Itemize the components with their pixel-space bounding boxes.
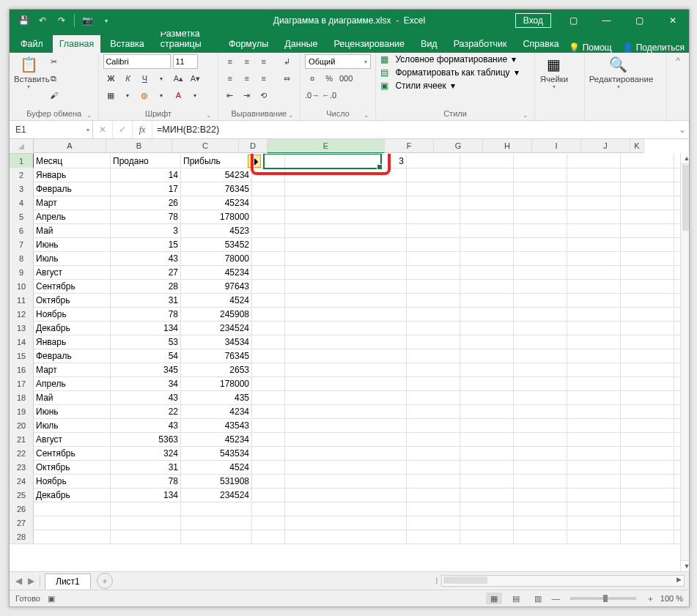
- align-top-icon[interactable]: ≡: [223, 54, 237, 69]
- cell[interactable]: 78: [111, 209, 181, 224]
- cell[interactable]: [407, 223, 460, 238]
- tab-file[interactable]: Файл: [14, 35, 50, 53]
- cell[interactable]: [460, 182, 514, 196]
- cell[interactable]: [285, 460, 407, 475]
- cell[interactable]: [285, 376, 407, 391]
- cell[interactable]: [567, 307, 621, 322]
- cell[interactable]: [285, 265, 407, 280]
- row-head[interactable]: 10: [10, 279, 34, 294]
- cell[interactable]: [407, 237, 460, 252]
- cell[interactable]: [514, 418, 567, 433]
- row-head[interactable]: 27: [10, 516, 34, 530]
- row-head[interactable]: 13: [10, 321, 34, 335]
- cell[interactable]: [514, 168, 567, 182]
- view-page-break-icon[interactable]: ▥: [530, 593, 546, 604]
- cell[interactable]: Январь: [34, 168, 111, 182]
- cell[interactable]: 4523: [181, 223, 252, 238]
- cell[interactable]: [460, 349, 514, 363]
- cell[interactable]: 178000: [181, 209, 252, 224]
- cell[interactable]: [285, 307, 407, 322]
- cell[interactable]: [285, 293, 407, 308]
- font-name-input[interactable]: [103, 54, 171, 69]
- cell[interactable]: Месяц: [34, 154, 111, 168]
- cell[interactable]: [514, 446, 567, 461]
- col-head-C[interactable]: C: [172, 139, 239, 153]
- cell[interactable]: [407, 279, 460, 294]
- cell[interactable]: [252, 293, 285, 308]
- cell[interactable]: Июль: [34, 418, 111, 433]
- borders-icon[interactable]: ▦: [103, 88, 118, 103]
- cell[interactable]: [252, 488, 285, 502]
- cell[interactable]: [567, 237, 621, 252]
- row-head[interactable]: 24: [10, 474, 34, 489]
- cell[interactable]: [460, 446, 514, 461]
- cell[interactable]: [252, 168, 285, 182]
- cell[interactable]: [621, 237, 674, 252]
- cell[interactable]: 43: [111, 418, 181, 433]
- cell[interactable]: 17: [111, 182, 181, 196]
- row-head[interactable]: 5: [10, 209, 34, 224]
- cell[interactable]: [460, 474, 514, 489]
- cell[interactable]: Апрель: [34, 209, 111, 224]
- cell[interactable]: [567, 349, 621, 363]
- cell[interactable]: [567, 182, 621, 196]
- col-head-F[interactable]: F: [385, 139, 434, 153]
- zoom-level[interactable]: 100 %: [660, 594, 683, 603]
- cell[interactable]: [407, 390, 460, 405]
- cell[interactable]: [407, 502, 460, 516]
- cell[interactable]: [621, 432, 674, 447]
- row-head[interactable]: 26: [10, 502, 34, 516]
- cell[interactable]: Март: [34, 363, 111, 377]
- cell[interactable]: [621, 321, 674, 335]
- row-head[interactable]: 25: [10, 488, 34, 502]
- cell[interactable]: 3: [285, 154, 407, 168]
- cell[interactable]: [34, 516, 111, 530]
- cell[interactable]: [285, 363, 407, 377]
- cell[interactable]: [621, 502, 674, 516]
- cell[interactable]: [514, 196, 567, 210]
- row-head[interactable]: 14: [10, 335, 34, 349]
- cell[interactable]: [567, 446, 621, 461]
- row-head[interactable]: 1: [10, 154, 34, 168]
- cell[interactable]: 76345: [181, 182, 252, 196]
- cell[interactable]: 45234: [181, 432, 252, 447]
- cell[interactable]: 43: [111, 390, 181, 405]
- row-head[interactable]: 21: [10, 432, 34, 447]
- italic-button[interactable]: К: [120, 71, 135, 86]
- redo-icon[interactable]: ↷: [55, 14, 68, 27]
- cell[interactable]: [567, 488, 621, 502]
- dec-indent-icon[interactable]: ⇤: [223, 88, 237, 103]
- cell[interactable]: [460, 488, 514, 502]
- cell[interactable]: Апрель: [34, 376, 111, 391]
- tab-6[interactable]: Вид: [414, 35, 444, 53]
- cell[interactable]: [252, 516, 285, 530]
- cell[interactable]: [621, 293, 674, 308]
- col-head-G[interactable]: G: [434, 139, 483, 153]
- fill-menu-icon[interactable]: ▾: [154, 88, 169, 103]
- cell[interactable]: [460, 390, 514, 405]
- cell[interactable]: [514, 182, 567, 196]
- ribbon-display-icon[interactable]: ▢: [557, 10, 590, 31]
- cell[interactable]: [621, 223, 674, 238]
- cell[interactable]: [514, 488, 567, 502]
- cell[interactable]: [567, 293, 621, 308]
- cell[interactable]: [34, 530, 111, 544]
- tab-7[interactable]: Разработчик: [447, 35, 514, 53]
- cell[interactable]: [621, 418, 674, 433]
- cell[interactable]: [252, 335, 285, 349]
- cell[interactable]: [514, 265, 567, 280]
- cell[interactable]: Март: [34, 196, 111, 210]
- cell[interactable]: [460, 279, 514, 294]
- tab-8[interactable]: Справка: [517, 35, 566, 53]
- cell[interactable]: [567, 516, 621, 530]
- underline-button[interactable]: Ч: [137, 71, 152, 86]
- cell[interactable]: [285, 432, 407, 447]
- cell[interactable]: [514, 502, 567, 516]
- cell[interactable]: [252, 376, 285, 391]
- cell[interactable]: 78: [111, 307, 181, 322]
- cell[interactable]: [567, 418, 621, 433]
- cell[interactable]: [285, 390, 407, 405]
- cell[interactable]: 97643: [181, 279, 252, 294]
- cell[interactable]: Февраль: [34, 349, 111, 363]
- cell[interactable]: [460, 376, 514, 391]
